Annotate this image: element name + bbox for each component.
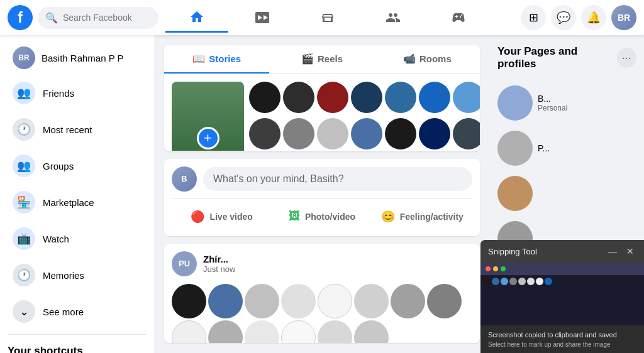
nav-notifications-button[interactable]: 🔔 [581, 5, 606, 30]
facebook-logo[interactable]: f [8, 5, 33, 30]
marketplace-icon: 🏪 [13, 191, 35, 214]
sidebar-item-marketplace[interactable]: 🏪 Marketplace [5, 185, 149, 220]
story-circle[interactable] [419, 118, 450, 149]
feeling-activity-button[interactable]: 😊 Feeling/activity [372, 205, 472, 229]
preview-circle [527, 278, 535, 285]
story-circle-row [249, 82, 480, 113]
friends-icon: 👥 [13, 82, 35, 104]
preview-circle [545, 278, 552, 285]
page-item[interactable] [495, 171, 639, 216]
post-circle [391, 284, 425, 318]
snipping-tool-popup: Snipping Tool — ✕ Screenshot copied [480, 240, 644, 353]
sidebar-user-name: Basith Rahman P P [42, 53, 124, 63]
search-box[interactable]: 🔍 [38, 7, 158, 29]
story-circle[interactable] [283, 82, 314, 113]
watch-icon: 📺 [13, 227, 35, 250]
photo-video-button[interactable]: 🖼 Photo/video [272, 205, 372, 229]
page-category: Personal [538, 104, 567, 112]
story-circle[interactable] [385, 82, 416, 113]
stories-content: + Create story [164, 74, 480, 151]
post-circle [281, 284, 316, 318]
post-circle [208, 284, 243, 318]
groups-icon: 👥 [13, 155, 35, 177]
snipping-minimize-button[interactable]: — [606, 245, 619, 258]
preview-circles [483, 278, 641, 285]
story-circle[interactable] [249, 118, 280, 149]
story-circle[interactable] [317, 82, 348, 113]
post-circle [172, 284, 206, 318]
user-avatar[interactable]: BR [611, 5, 636, 30]
nav-gaming-button[interactable] [427, 3, 490, 33]
story-plus-icon: + [197, 127, 219, 149]
nav-center [165, 3, 490, 33]
nav-home-button[interactable] [165, 3, 228, 33]
browser-dot-red [486, 266, 491, 271]
snipping-subtext: Select here to mark up and share the ima… [488, 341, 636, 348]
snipping-tool-title: Snipping Tool [488, 247, 537, 256]
nav-groups-button[interactable] [362, 3, 425, 33]
story-circle[interactable] [453, 118, 480, 149]
preview-circle [483, 278, 491, 285]
nav-messenger-button[interactable]: 💬 [551, 5, 576, 30]
nav-left: f 🔍 [0, 5, 165, 30]
left-sidebar: BR Basith Rahman P P 👥 Friends 🕐 Most re… [0, 35, 154, 353]
post-user-info: Zhír... Just now [203, 254, 235, 274]
story-circle[interactable] [419, 82, 450, 113]
sidebar-item-most-recent[interactable]: 🕐 Most recent [5, 112, 149, 147]
nav-marketplace-button[interactable] [296, 3, 359, 33]
pages-title: Your Pages and profiles [497, 45, 617, 70]
story-circle[interactable] [351, 118, 382, 149]
create-story-card[interactable]: + Create story [172, 82, 244, 151]
sidebar-item-label: Groups [43, 161, 74, 171]
sidebar-item-groups[interactable]: 👥 Groups [5, 148, 149, 183]
sidebar-item-watch[interactable]: 📺 Watch [5, 221, 149, 256]
post-user-avatar: PU [172, 251, 197, 276]
shortcuts-header: Your shortcuts [0, 340, 154, 353]
page-item[interactable]: P... [495, 126, 639, 171]
story-circle[interactable] [385, 118, 416, 149]
story-circle[interactable] [317, 118, 348, 149]
story-circle[interactable] [453, 82, 480, 113]
live-video-icon: 🔴 [191, 210, 204, 224]
sidebar-divider [8, 334, 147, 335]
post-input-box[interactable]: What's on your mind, Basith? [203, 167, 472, 191]
sidebar-item-see-more[interactable]: ⌄ See more [5, 294, 149, 329]
post-circle [427, 284, 462, 318]
tab-reels[interactable]: 🎬 Reels [269, 45, 374, 73]
search-icon: 🔍 [45, 12, 58, 24]
snipping-close-button[interactable]: ✕ [624, 245, 636, 258]
post-circle [318, 320, 352, 344]
sidebar-item-memories[interactable]: 🕐 Memories [5, 258, 149, 293]
preview-circle [536, 278, 543, 285]
snipping-tool-message[interactable]: Screenshot copied to clipboard and saved… [480, 325, 644, 353]
tab-rooms[interactable]: 📹 Rooms [375, 45, 480, 73]
browser-dot-green [501, 266, 506, 271]
snipping-message-text: Screenshot copied to clipboard and saved [488, 330, 636, 340]
create-post-top: B What's on your mind, Basith? [172, 166, 472, 192]
page-info: P... [538, 143, 550, 153]
story-circle[interactable] [351, 82, 382, 113]
sidebar-item-label: Most recent [43, 124, 92, 135]
sidebar-user[interactable]: BR Basith Rahman P P [5, 41, 149, 74]
post-circle [245, 320, 279, 344]
main-feed: 📖 Stories 🎬 Reels 📹 Rooms + [154, 35, 490, 353]
nav-right: ⊞ 💬 🔔 BR [490, 5, 644, 30]
page-item[interactable]: B... Personal [495, 80, 639, 126]
story-circle[interactable] [283, 118, 314, 149]
memories-icon: 🕐 [13, 264, 35, 286]
preview-circle [492, 278, 499, 285]
sidebar-item-friends[interactable]: 👥 Friends [5, 75, 149, 111]
sidebar-item-label: Friends [43, 88, 74, 99]
nav-grid-button[interactable]: ⊞ [521, 5, 546, 30]
browser-dot-yellow [493, 266, 498, 271]
live-video-button[interactable]: 🔴 Live video [172, 205, 272, 229]
feeling-icon: 😊 [381, 210, 395, 224]
post-header: PU Zhír... Just now [164, 244, 480, 284]
post-circle [281, 320, 316, 344]
tab-stories[interactable]: 📖 Stories [164, 45, 269, 73]
search-input[interactable] [63, 13, 151, 23]
snipping-browser-bar [480, 263, 644, 275]
pages-more-button[interactable]: ··· [617, 48, 636, 68]
story-circle[interactable] [249, 82, 280, 113]
nav-video-button[interactable] [231, 3, 294, 33]
